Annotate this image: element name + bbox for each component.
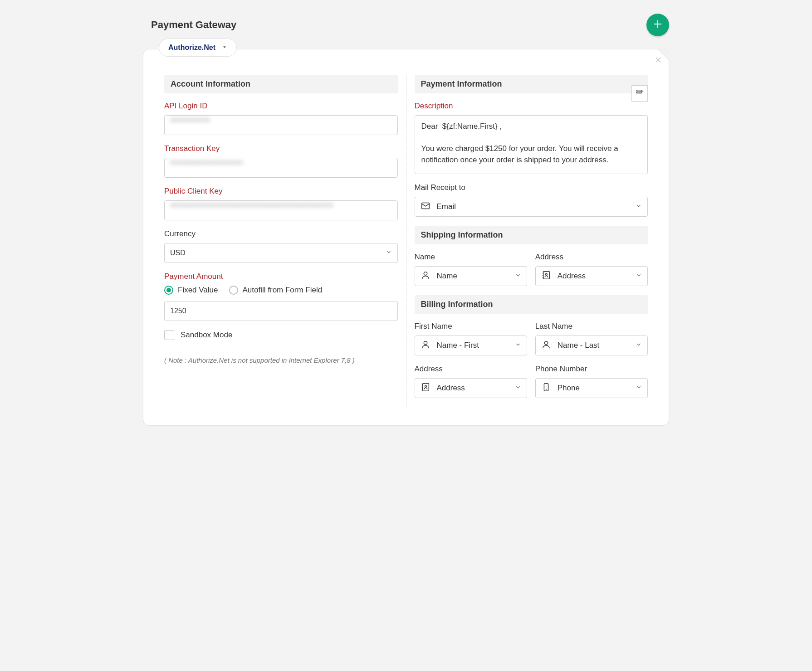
label-api-login-id: API Login ID — [164, 102, 398, 111]
radio-selected-icon — [164, 286, 173, 295]
gateway-config-card: Authorize.Net Account Information API Lo… — [143, 49, 669, 426]
section-account-info: Account Information — [164, 75, 398, 93]
phone-icon — [541, 382, 551, 394]
chevron-down-icon — [515, 384, 521, 392]
note-browser-support: ( Note : Authorize.Net is not supported … — [164, 356, 398, 364]
label-public-client-key: Public Client Key — [164, 187, 398, 196]
radio-fixed-value[interactable]: Fixed Value — [164, 286, 218, 295]
add-gateway-button[interactable] — [646, 14, 669, 36]
chevron-down-icon — [386, 249, 392, 257]
label-description: Description — [415, 102, 648, 111]
input-payment-amount[interactable] — [164, 301, 398, 321]
input-api-login-id[interactable]: xxxxxxxxxxx — [164, 115, 398, 135]
label-shipping-address: Address — [535, 253, 648, 262]
chevron-down-icon — [636, 384, 642, 392]
label-billing-phone: Phone Number — [535, 365, 648, 374]
input-transaction-key[interactable]: xxxxxxxxxxxxxxxxxxxx — [164, 158, 398, 178]
dropdown-billing-address-value: Address — [437, 384, 465, 393]
svg-point-9 — [545, 273, 547, 275]
dropdown-shipping-name-value: Name — [437, 272, 457, 281]
person-icon — [421, 340, 430, 351]
close-button[interactable] — [654, 56, 662, 66]
textarea-description[interactable]: Dear ${zf:Name.First} , You were charged… — [415, 115, 648, 174]
label-billing-address: Address — [415, 365, 527, 374]
label-currency: Currency — [164, 229, 398, 238]
checkbox-icon — [164, 330, 174, 340]
person-icon — [541, 340, 551, 351]
label-payment-amount: Payment Amount — [164, 272, 398, 281]
svg-point-14 — [544, 341, 548, 345]
chevron-down-icon — [515, 341, 521, 350]
insert-field-button[interactable] — [631, 85, 648, 102]
svg-point-7 — [424, 272, 427, 275]
dropdown-shipping-address-value: Address — [558, 272, 586, 281]
dropdown-billing-first-name[interactable]: Name - First — [415, 336, 527, 355]
dropdown-mail-receipt[interactable]: Email — [415, 197, 648, 217]
address-book-icon — [541, 270, 551, 282]
section-payment-info: Payment Information — [415, 75, 648, 93]
page-title: Payment Gateway — [151, 19, 236, 31]
label-mail-receipt: Mail Receipt to — [415, 183, 648, 192]
radio-fixed-value-label: Fixed Value — [178, 286, 218, 295]
svg-rect-6 — [421, 203, 429, 209]
label-billing-first-name: First Name — [415, 322, 527, 331]
label-shipping-name: Name — [415, 253, 527, 262]
plus-icon — [653, 19, 663, 31]
caret-down-icon — [222, 44, 227, 52]
address-book-icon — [421, 382, 430, 394]
gateway-selector[interactable]: Authorize.Net — [159, 39, 237, 57]
insert-field-icon — [636, 88, 644, 98]
chevron-down-icon — [636, 203, 642, 211]
chevron-down-icon — [636, 341, 642, 350]
dropdown-billing-phone[interactable]: Phone — [535, 378, 648, 398]
radio-autofill[interactable]: Autofill from Form Field — [229, 286, 323, 295]
person-icon — [421, 270, 430, 282]
section-billing-info: Billing Information — [415, 295, 648, 314]
section-shipping-info: Shipping Information — [415, 226, 648, 244]
dropdown-mail-receipt-value: Email — [437, 202, 456, 211]
dropdown-billing-last-name[interactable]: Name - Last — [535, 336, 648, 355]
svg-point-16 — [425, 385, 426, 387]
email-icon — [421, 201, 430, 213]
close-icon — [654, 58, 662, 65]
chevron-down-icon — [636, 272, 642, 280]
checkbox-sandbox-label: Sandbox Mode — [181, 331, 232, 340]
svg-point-13 — [424, 341, 427, 345]
gateway-selected-name: Authorize.Net — [168, 44, 215, 52]
label-billing-last-name: Last Name — [535, 322, 648, 331]
dropdown-billing-phone-value: Phone — [558, 384, 580, 393]
radio-unselected-icon — [229, 286, 238, 295]
select-currency[interactable]: USD — [164, 243, 398, 263]
label-transaction-key: Transaction Key — [164, 144, 398, 153]
checkbox-sandbox-mode[interactable]: Sandbox Mode — [164, 330, 398, 340]
select-currency-value: USD — [170, 249, 186, 257]
dropdown-shipping-address[interactable]: Address — [535, 266, 648, 286]
chevron-down-icon — [515, 272, 521, 280]
radio-autofill-label: Autofill from Form Field — [243, 286, 323, 295]
dropdown-billing-last-name-value: Name - Last — [558, 341, 600, 350]
input-public-client-key[interactable]: xxxxxxxxxxxxxxxxxxxxxxxxxxxxxxxxxxxxxxxx… — [164, 200, 398, 220]
dropdown-shipping-name[interactable]: Name — [415, 266, 527, 286]
svg-rect-2 — [636, 90, 641, 91]
dropdown-billing-first-name-value: Name - First — [437, 341, 479, 350]
dropdown-billing-address[interactable]: Address — [415, 378, 527, 398]
svg-rect-3 — [636, 92, 641, 93]
